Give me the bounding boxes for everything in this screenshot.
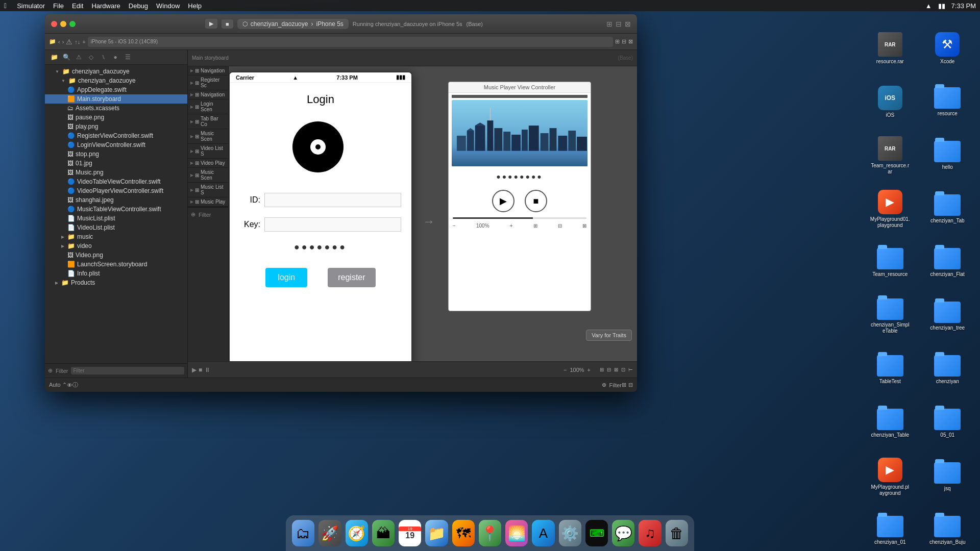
close-button[interactable] — [51, 21, 57, 27]
nav-breakpoint-btn[interactable]: ● — [110, 52, 120, 62]
layout-toggle-1[interactable]: ⊞ — [622, 382, 626, 388]
desktop-icon-buju[interactable]: chenziyan_Buju — [920, 505, 975, 551]
file-register-vc[interactable]: 🔵 RegisterViewController.swift — [45, 131, 187, 140]
desktop-icon-playground01[interactable]: ▶ MyPlayground01.playground — [863, 184, 918, 235]
folder-products[interactable]: ▶ 📁 Products — [45, 278, 187, 287]
layout-icon3[interactable]: ⊠ — [628, 38, 633, 45]
layout-toggle-2[interactable]: ⊟ — [628, 382, 633, 388]
desktop-icon-team-resource[interactable]: Team_resource — [863, 237, 918, 288]
nav-forward[interactable]: › — [62, 39, 64, 45]
desktop-icon-chenziyan[interactable]: chenziyan — [920, 344, 975, 395]
layout-icon1[interactable]: ⊞ — [615, 38, 620, 45]
scene-musicplayer[interactable]: ▶ ⊞ Music Play — [188, 197, 228, 207]
maximize-button[interactable] — [69, 21, 76, 27]
scene-videolist[interactable]: ▶ ⊞ Video List S — [188, 144, 228, 159]
nav-back[interactable]: ‹ — [58, 39, 60, 45]
desktop-icon-resource-rar[interactable]: RAR resource.rar — [863, 23, 918, 74]
zoom-minus-btn[interactable]: − — [564, 367, 567, 373]
desktop-icon-simple-table[interactable]: chenziyan_SimpleTable — [863, 291, 918, 342]
file-play[interactable]: 🖼 play.png — [45, 122, 187, 131]
file-infoplist[interactable]: 📄 Info.plist — [45, 269, 187, 278]
nav-report-btn[interactable]: ☰ — [122, 52, 133, 62]
desktop-icon-tabletest[interactable]: TableTest — [863, 344, 918, 395]
id-input[interactable] — [264, 193, 401, 207]
dock-safari[interactable]: 🧭 — [346, 520, 368, 546]
file-shanghai[interactable]: 🖼 shanghai.jpeg — [45, 195, 187, 205]
desktop-icon-flat[interactable]: chenziyan_Flat — [920, 237, 975, 288]
dock-messages[interactable]: 💬 — [612, 520, 634, 546]
file-appdelegate[interactable]: 🔵 AppDelegate.swift — [45, 85, 187, 94]
edit-icon2[interactable]: ⊟ — [607, 367, 611, 372]
register-button[interactable]: register — [328, 268, 375, 287]
scene-tabbar[interactable]: ▶ ⊞ Tab Bar Co — [188, 114, 228, 129]
file-assets[interactable]: 🗂 Assets.xcassets — [45, 104, 187, 113]
run-button[interactable]: ▶ — [205, 19, 217, 29]
vary-traits-button[interactable]: Vary for Traits — [586, 330, 632, 341]
zoom-plus-btn[interactable]: + — [587, 367, 591, 373]
folder-video[interactable]: ▶ 📁 video — [45, 241, 187, 251]
edit-icon5[interactable]: ⊢ — [628, 367, 633, 372]
desktop-icon-01[interactable]: chenziyan_01 — [863, 505, 918, 551]
utilities-toggle[interactable]: ⊠ — [625, 20, 631, 28]
help-menu-item[interactable]: Help — [188, 2, 202, 10]
folder-icon[interactable]: 📁 — [49, 38, 56, 45]
file-login-vc[interactable]: 🔵 LoginViewController.swift — [45, 140, 187, 149]
stop-button[interactable]: ■ — [525, 190, 547, 212]
dock-finder2[interactable]: 📁 — [425, 520, 448, 546]
dock-clock[interactable]: 🗺 — [452, 520, 475, 546]
scene-music[interactable]: ▶ ⊞ Music Scen — [188, 129, 228, 144]
file-menu-item[interactable]: File — [53, 2, 64, 10]
filter-input[interactable] — [71, 367, 184, 374]
file-music[interactable]: 🖼 Music.png — [45, 168, 187, 177]
desktop-icon-jsq[interactable]: jsq — [920, 452, 975, 503]
dock-terminal[interactable]: ⌨ — [585, 520, 608, 546]
nav-warning-btn[interactable]: ⚠ — [74, 52, 84, 62]
dock-photos-viewer[interactable]: 🏔 — [372, 520, 395, 546]
desktop-icon-hello[interactable]: hello — [920, 130, 975, 181]
desktop-icon-tree[interactable]: chenziyan_tree — [920, 291, 975, 342]
git-icon[interactable]: ↑↓ — [75, 39, 80, 45]
edit-icon4[interactable]: ⊡ — [621, 367, 625, 372]
minimize-button[interactable] — [60, 21, 66, 27]
dock-finder[interactable]: 🗂 — [292, 520, 314, 546]
dock-trash[interactable]: 🗑 — [666, 520, 688, 546]
file-01[interactable]: 🖼 01.jpg — [45, 159, 187, 168]
nav-search-btn[interactable]: 🔍 — [61, 52, 71, 62]
folder-music[interactable]: ▶ 📁 music — [45, 232, 187, 241]
dock-itunes[interactable]: ♫ — [639, 520, 661, 546]
file-musiclist[interactable]: 📄 MusicList.plist — [45, 214, 187, 223]
nav-folder-btn[interactable]: 📁 — [49, 52, 59, 62]
desktop-icon-table[interactable]: chenziyan_Table — [863, 398, 918, 449]
navigator-toggle[interactable]: ⊞ — [606, 20, 612, 28]
scene-navigation1[interactable]: ▶ ⊞ Navigation — [188, 66, 228, 76]
file-videoplayer-vc[interactable]: 🔵 VideoPlayerViewController.swift — [45, 186, 187, 195]
desktop-icon-0501[interactable]: 05_01 — [920, 398, 975, 449]
scene-videoplayer[interactable]: ▶ ⊞ Video Play — [188, 159, 228, 168]
scene-login[interactable]: ▶ ⊞ Login Scen — [188, 99, 228, 114]
stop-button[interactable]: ■ — [222, 19, 233, 29]
hardware-menu-item[interactable]: Hardware — [91, 2, 120, 10]
file-item-group[interactable]: ▼ 📁 chenziyan_daozuoye — [45, 76, 187, 85]
scene-musiclist[interactable]: ▶ ⊞ Music List S — [188, 183, 228, 197]
nav-test-btn[interactable]: ◇ — [86, 52, 96, 62]
storyboard-play-btn[interactable]: ▶ — [192, 366, 197, 373]
file-videopng[interactable]: 🖼 Video.png — [45, 251, 187, 260]
login-button[interactable]: login — [265, 268, 307, 287]
key-input[interactable] — [264, 217, 401, 232]
edit-menu-item[interactable]: Edit — [72, 2, 83, 10]
storyboard-pause-btn[interactable]: ⏸ — [204, 366, 210, 373]
desktop-icon-playground2[interactable]: ▶ MyPlayground.playground — [863, 452, 918, 503]
file-videolist[interactable]: 📄 VideoList.plist — [45, 223, 187, 232]
dock-photos[interactable]: 🌅 — [505, 520, 528, 546]
storyboard-stop-btn[interactable]: ■ — [199, 366, 202, 373]
desktop-icon-xcode[interactable]: ⚒ Xcode — [920, 23, 975, 74]
dock-preferences[interactable]: ⚙️ — [559, 520, 581, 546]
debug-menu-item[interactable]: Debug — [129, 2, 148, 10]
desktop-icon-chenziyan-tab[interactable]: chenziyan_Tab — [920, 184, 975, 235]
progress-bar[interactable] — [453, 217, 586, 219]
scene-music2[interactable]: ▶ ⊞ Music Scen — [188, 168, 228, 183]
scheme-selector[interactable]: ⬡ chenziyan_daozuoye › iPhone 5s — [237, 19, 349, 29]
desktop-icon-team-rar[interactable]: RAR Team_resource.rar — [863, 130, 918, 181]
dock-maps[interactable]: 📍 — [479, 520, 501, 546]
scene-register[interactable]: ▶ ⊞ Register Sc — [188, 76, 228, 90]
